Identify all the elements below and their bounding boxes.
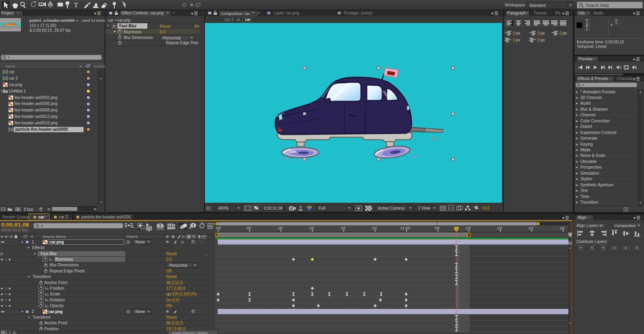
svg-text:Parent: Parent bbox=[126, 235, 138, 239]
svg-text:#: # bbox=[31, 235, 33, 239]
svg-text:Source Name: Source Name bbox=[43, 235, 66, 239]
svg-text:T: T bbox=[74, 2, 78, 8]
svg-text:8 bpc: 8 bpc bbox=[24, 207, 33, 212]
svg-text:fx: fx bbox=[181, 240, 184, 244]
svg-text:fx: fx bbox=[182, 235, 185, 239]
